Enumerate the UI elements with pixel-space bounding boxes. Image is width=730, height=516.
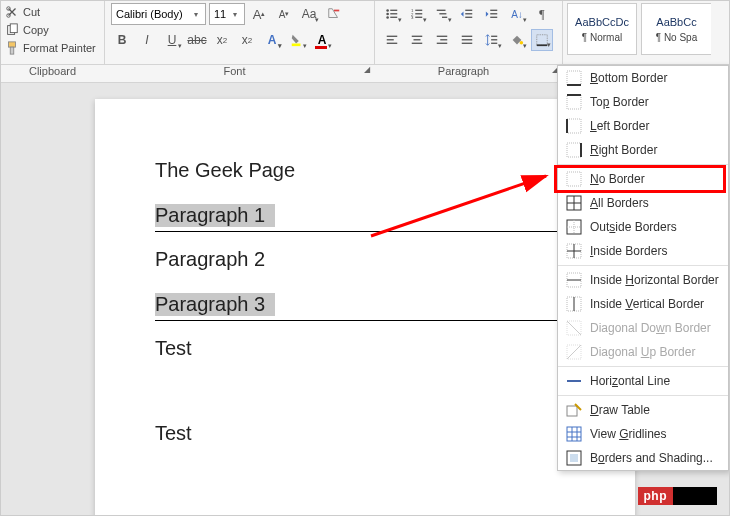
clear-formatting-button[interactable] bbox=[323, 3, 345, 25]
strikethrough-button[interactable]: abc bbox=[186, 29, 208, 51]
menu-borders-and-shading[interactable]: Borders and Shading... bbox=[558, 446, 728, 470]
svg-point-11 bbox=[386, 16, 389, 19]
menu-inside-horizontal-border[interactable]: Inside Horizontal Border bbox=[558, 268, 728, 292]
style-name: ¶ Normal bbox=[582, 32, 622, 43]
copy-button[interactable]: Copy bbox=[5, 21, 100, 39]
page[interactable]: The Geek Page Paragraph 1 Paragraph 2 Pa… bbox=[95, 99, 635, 516]
svg-rect-6 bbox=[292, 44, 301, 47]
menu-inside-borders[interactable]: Inside Borders bbox=[558, 239, 728, 263]
chevron-down-icon: ▾ bbox=[191, 10, 201, 19]
borders-dropdown-menu: Bottom Border Top Border Left Border Rig… bbox=[557, 65, 729, 471]
brush-icon bbox=[5, 41, 19, 55]
menu-view-gridlines[interactable]: View Gridlines bbox=[558, 422, 728, 446]
font-name-value: Calibri (Body) bbox=[116, 8, 191, 20]
shrink-font-button[interactable]: A▾ bbox=[273, 3, 295, 25]
svg-rect-24 bbox=[465, 17, 472, 18]
font-name-select[interactable]: Calibri (Body) ▾ bbox=[111, 3, 206, 25]
highlight-button[interactable] bbox=[286, 29, 308, 51]
outside-borders-icon bbox=[566, 219, 582, 235]
show-hide-button[interactable]: ¶ bbox=[531, 3, 553, 25]
menu-top-border[interactable]: Top Border bbox=[558, 90, 728, 114]
no-border-icon bbox=[566, 171, 582, 187]
align-left-icon bbox=[385, 33, 399, 47]
underline-button[interactable]: U bbox=[161, 29, 183, 51]
grow-font-button[interactable]: A▴ bbox=[248, 3, 270, 25]
menu-outside-borders[interactable]: Outside Borders bbox=[558, 215, 728, 239]
paragraph-group: 123 A↓ ¶ bbox=[375, 1, 563, 64]
menu-no-border[interactable]: No Border bbox=[558, 167, 728, 191]
eraser-icon bbox=[327, 7, 341, 21]
menu-inside-vertical-border[interactable]: Inside Vertical Border bbox=[558, 292, 728, 316]
svg-point-43 bbox=[520, 41, 524, 45]
svg-rect-3 bbox=[10, 24, 17, 33]
svg-rect-27 bbox=[490, 17, 497, 18]
watermark-badge: php bbox=[638, 487, 718, 505]
italic-button[interactable]: I bbox=[136, 29, 158, 51]
align-left-button[interactable] bbox=[381, 29, 403, 51]
chevron-down-icon: ▾ bbox=[230, 10, 240, 19]
subscript-button[interactable]: x2 bbox=[211, 29, 233, 51]
align-right-button[interactable] bbox=[431, 29, 453, 51]
gridlines-icon bbox=[566, 426, 582, 442]
style-nospacing[interactable]: AaBbCc ¶ No Spa bbox=[641, 3, 711, 55]
svg-rect-10 bbox=[390, 13, 397, 14]
font-color-button[interactable]: A bbox=[311, 29, 333, 51]
borders-button[interactable] bbox=[531, 29, 553, 51]
style-preview: AaBbCcDc bbox=[575, 16, 629, 28]
numbering-icon: 123 bbox=[410, 7, 424, 21]
menu-draw-table[interactable]: Draw Table bbox=[558, 398, 728, 422]
style-name: ¶ No Spa bbox=[656, 32, 698, 43]
justify-button[interactable] bbox=[456, 29, 478, 51]
align-center-icon bbox=[410, 33, 424, 47]
diag-up-icon bbox=[566, 344, 582, 360]
numbering-button[interactable]: 123 bbox=[406, 3, 428, 25]
text-effects-button[interactable]: A bbox=[261, 29, 283, 51]
shading-button[interactable] bbox=[506, 29, 528, 51]
svg-rect-48 bbox=[567, 95, 581, 109]
bucket-icon bbox=[510, 33, 524, 47]
menu-horizontal-line[interactable]: Horizontal Line bbox=[558, 369, 728, 393]
multilevel-list-button[interactable] bbox=[431, 3, 453, 25]
bullets-button[interactable] bbox=[381, 3, 403, 25]
svg-rect-38 bbox=[462, 39, 473, 40]
style-preview: AaBbCc bbox=[656, 16, 696, 28]
svg-rect-37 bbox=[462, 36, 473, 37]
menu-left-border[interactable]: Left Border bbox=[558, 114, 728, 138]
menu-all-borders[interactable]: All Borders bbox=[558, 191, 728, 215]
style-normal[interactable]: AaBbCcDc ¶ Normal bbox=[567, 3, 637, 55]
decrease-indent-button[interactable] bbox=[456, 3, 478, 25]
cut-button[interactable]: Cut bbox=[5, 3, 100, 21]
horizontal-line bbox=[155, 231, 625, 232]
paragraph-3-selected[interactable]: Paragraph 3 bbox=[155, 293, 275, 316]
svg-rect-18 bbox=[415, 17, 422, 18]
svg-rect-36 bbox=[437, 43, 448, 44]
svg-rect-40 bbox=[491, 36, 497, 37]
svg-rect-16 bbox=[415, 13, 422, 14]
menu-bottom-border[interactable]: Bottom Border bbox=[558, 66, 728, 90]
hz-line-icon bbox=[566, 373, 582, 389]
format-painter-button[interactable]: Format Painter bbox=[5, 39, 100, 57]
svg-rect-12 bbox=[390, 17, 397, 18]
paragraph-1-selected[interactable]: Paragraph 1 bbox=[155, 204, 275, 227]
doc-title: The Geek Page bbox=[155, 159, 575, 182]
svg-rect-20 bbox=[439, 13, 446, 14]
menu-diagonal-up-border: Diagonal Up Border bbox=[558, 340, 728, 364]
svg-rect-80 bbox=[570, 454, 578, 462]
align-center-button[interactable] bbox=[406, 29, 428, 51]
svg-rect-29 bbox=[387, 39, 394, 40]
superscript-button[interactable]: x2 bbox=[236, 29, 258, 51]
font-dialog-launcher[interactable]: ◢ bbox=[364, 65, 370, 74]
svg-rect-50 bbox=[567, 119, 581, 133]
menu-right-border[interactable]: Right Border bbox=[558, 138, 728, 162]
outdent-icon bbox=[460, 7, 474, 21]
paragraph-2: Paragraph 2 bbox=[155, 248, 575, 271]
line-spacing-button[interactable] bbox=[481, 29, 503, 51]
change-case-button[interactable]: Aa bbox=[298, 3, 320, 25]
svg-line-69 bbox=[567, 321, 581, 335]
font-size-select[interactable]: 11 ▾ bbox=[209, 3, 245, 25]
increase-indent-button[interactable] bbox=[481, 3, 503, 25]
svg-point-7 bbox=[386, 9, 389, 12]
sort-button[interactable]: A↓ bbox=[506, 3, 528, 25]
svg-rect-14 bbox=[415, 10, 422, 11]
bold-button[interactable]: B bbox=[111, 29, 133, 51]
